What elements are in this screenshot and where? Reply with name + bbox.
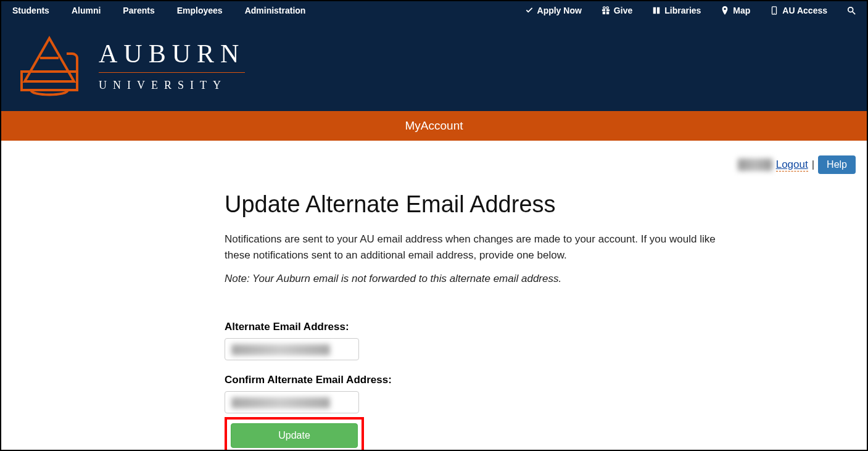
content: Logout | Help Update Alternate Email Add… [1,141,867,451]
confirm-email-label: Confirm Alternate Email Address: [225,374,755,386]
nav-au-access[interactable]: AU Access [770,6,827,15]
site-header: AUBURN UNIVERSITY [1,20,867,111]
svg-point-4 [603,7,605,9]
page-title: Update Alternate Email Address [225,191,755,218]
svg-line-9 [853,12,855,14]
svg-rect-0 [602,9,605,11]
nav-libraries[interactable]: Libraries [652,6,701,15]
top-nav-right: Apply Now Give Libraries Map AU Access [525,6,856,15]
alt-email-label: Alternate Email Address: [225,321,755,333]
brand-sub: UNIVERSITY [99,79,245,92]
svg-rect-2 [603,12,605,14]
alt-email-input[interactable] [225,338,359,360]
pin-icon [721,6,729,15]
nav-students[interactable]: Students [12,6,49,15]
nav-give[interactable]: Give [601,6,632,15]
nav-apply-now[interactable]: Apply Now [525,6,582,15]
alt-email-value-redacted [231,344,330,355]
user-bar: Logout | Help [11,155,857,174]
gift-icon [601,6,610,15]
au-logo-icon [12,33,86,98]
check-icon [525,6,534,15]
phone-icon [770,6,779,15]
book-icon [652,6,661,15]
brand-divider [99,72,245,73]
main: Update Alternate Email Address Notificat… [225,191,755,451]
highlight-box: Update [225,417,364,451]
section-bar: MyAccount [1,111,867,141]
nav-alumni[interactable]: Alumni [72,6,101,15]
update-button[interactable]: Update [231,423,358,448]
section-title: MyAccount [405,119,463,133]
confirm-email-value-redacted [231,397,330,408]
page-description: Notifications are sent to your AU email … [225,231,743,264]
svg-rect-1 [606,9,610,11]
svg-rect-3 [606,12,609,14]
nav-employees[interactable]: Employees [177,6,223,15]
logout-link[interactable]: Logout [776,159,808,172]
svg-point-5 [606,7,609,9]
svg-point-7 [774,13,775,14]
nav-map[interactable]: Map [721,6,750,15]
nav-parents[interactable]: Parents [123,6,154,15]
page-note: Note: Your Auburn email is not forwarded… [225,273,755,285]
username-redacted [738,159,772,171]
nav-administration[interactable]: Administration [245,6,306,15]
search-icon [847,6,856,15]
separator: | [812,159,814,171]
wordmark: AUBURN UNIVERSITY [99,39,245,92]
help-button[interactable]: Help [818,155,856,174]
svg-point-8 [848,7,853,12]
logo-wrap[interactable]: AUBURN UNIVERSITY [12,33,245,98]
top-nav: Students Alumni Parents Employees Admini… [1,1,867,20]
brand-name: AUBURN [99,39,245,68]
nav-search[interactable] [847,6,856,15]
top-nav-left: Students Alumni Parents Employees Admini… [12,6,305,15]
confirm-email-input[interactable] [225,391,359,413]
